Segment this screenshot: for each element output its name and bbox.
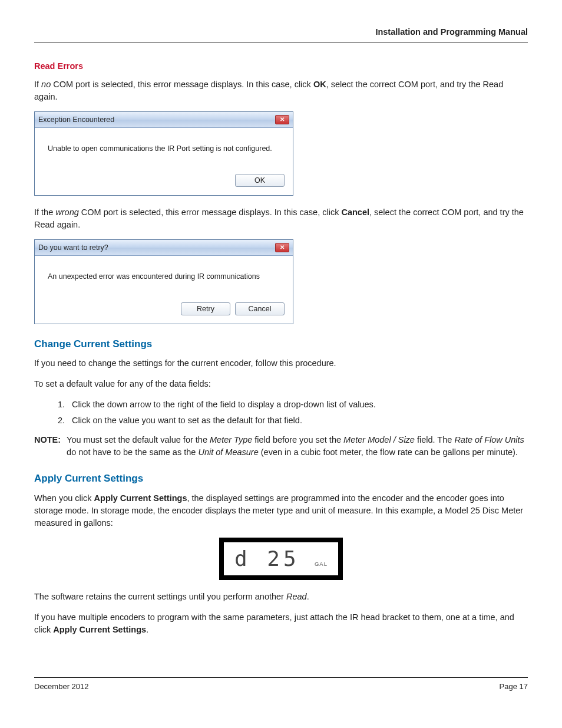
dialog-titlebar: Exception Encountered ✕: [35, 112, 293, 128]
paragraph: The software retains the current setting…: [34, 591, 528, 603]
heading-apply-settings: Apply Current Settings: [34, 472, 528, 486]
page-footer: December 2012 Page 17: [34, 677, 528, 693]
dialog-body: Unable to open communications the IR Por…: [35, 128, 293, 169]
dialog-buttons: OK: [35, 169, 293, 195]
heading-read-errors: Read Errors: [34, 60, 528, 73]
dialog-body: An unexpected error was encountered duri…: [35, 256, 293, 297]
retry-button[interactable]: Retry: [181, 302, 230, 315]
dialog-title: Exception Encountered: [38, 114, 114, 125]
dialog-titlebar: Do you want to retry? ✕: [35, 240, 293, 256]
paragraph: If the wrong COM port is selected, this …: [34, 206, 528, 231]
note-label: NOTE:: [34, 434, 61, 459]
lcd-unit: GAL: [315, 560, 328, 568]
list-item: Click on the value you want to set as th…: [67, 414, 528, 427]
lcd-frame: d 25 GAL: [219, 538, 343, 580]
lcd-reading: d 25: [234, 548, 300, 569]
paragraph: If you have multiple encoders to program…: [34, 611, 528, 636]
lcd-display: d 25 GAL: [34, 538, 528, 580]
close-icon[interactable]: ✕: [275, 243, 289, 252]
dialog-title: Do you want to retry?: [38, 242, 108, 253]
paragraph: If you need to change the settings for t…: [34, 357, 528, 370]
dialog-exception: Exception Encountered ✕ Unable to open c…: [34, 111, 293, 196]
heading-change-settings: Change Current Settings: [34, 337, 528, 352]
footer-page: Page 17: [500, 681, 528, 693]
dialog-buttons: Retry Cancel: [35, 298, 293, 324]
page-header: Installation and Programming Manual: [34, 26, 528, 42]
cancel-button[interactable]: Cancel: [235, 302, 285, 315]
note-block: NOTE: You must set the default value for…: [34, 434, 528, 459]
footer-date: December 2012: [34, 681, 89, 693]
list-item: Click the down arrow to the right of the…: [67, 398, 528, 411]
dialog-retry: Do you want to retry? ✕ An unexpected er…: [34, 239, 293, 324]
note-text: You must set the default value for the M…: [67, 434, 528, 459]
paragraph: If no COM port is selected, this error m…: [34, 78, 528, 103]
ok-button[interactable]: OK: [235, 174, 285, 187]
header-title: Installation and Programming Manual: [375, 27, 528, 37]
ordered-list: Click the down arrow to the right of the…: [34, 398, 528, 427]
paragraph: When you click Apply Current Settings, t…: [34, 492, 528, 529]
close-icon[interactable]: ✕: [275, 115, 289, 124]
paragraph: To set a default value for any of the da…: [34, 378, 528, 390]
